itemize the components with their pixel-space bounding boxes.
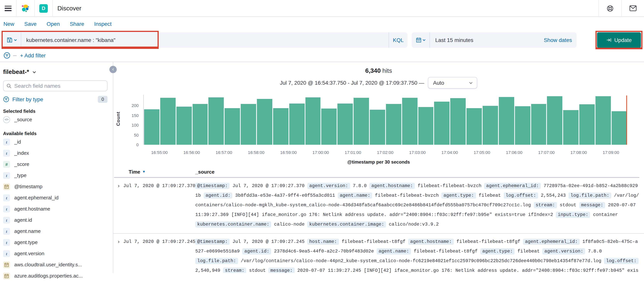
histogram-bar <box>499 97 514 145</box>
date-quick-menu-button[interactable] <box>412 32 430 48</box>
field-name-pill: agent.id: <box>242 248 271 255</box>
field-item-azure.auditlogs.properties.ac...[interactable]: azure.auditlogs.properties.ac... <box>3 270 108 282</box>
field-name-pill: message: <box>579 202 605 208</box>
doc-source-cell: @timestamp: Jul 7, 2020 @ 17:09:27.245 h… <box>195 237 640 273</box>
mail-icon[interactable] <box>626 5 640 11</box>
field-search-input[interactable] <box>14 83 104 89</box>
string-field-icon: t <box>3 150 10 156</box>
hits-count: 6,340 hits <box>113 67 644 74</box>
x-axis-tick: 17:04:00 <box>434 150 465 155</box>
divider <box>16 0 16 17</box>
field-item-_type[interactable]: t_type <box>3 170 108 181</box>
date-field-icon <box>3 272 10 279</box>
histogram-bar <box>160 98 176 145</box>
field-item-_source[interactable]: </>_source <box>3 114 108 125</box>
expand-row-icon[interactable]: › <box>114 237 123 273</box>
field-item-_score[interactable]: #_score <box>3 159 108 170</box>
calendar-icon <box>416 37 421 43</box>
collapse-sidebar-icon[interactable]: ‹ <box>110 66 117 73</box>
doc-table-header: Time ▼ _source <box>114 166 640 178</box>
top-header-bar: D Discover <box>0 0 644 17</box>
nav-link-new[interactable]: New <box>4 21 14 27</box>
histogram-bar <box>354 98 369 145</box>
histogram-bar <box>144 109 160 145</box>
doc-table-row[interactable]: ›Jul 7, 2020 @ 17:09:27.370@timestamp: J… <box>113 178 644 234</box>
field-name-pill: log.offset: <box>504 193 538 199</box>
show-dates-link[interactable]: Show dates <box>544 37 576 43</box>
nav-link-open[interactable]: Open <box>46 21 60 27</box>
histogram-bar <box>322 108 337 145</box>
field-name-pill: stream: <box>534 202 557 208</box>
histogram-bar <box>176 107 192 145</box>
divider <box>34 0 35 17</box>
field-item-@timestamp[interactable]: @timestamp <box>3 181 108 192</box>
field-name-pill: @timestamp: <box>195 239 230 245</box>
divider <box>52 0 53 17</box>
add-filter-link[interactable]: + Add filter <box>20 52 46 58</box>
field-item-aws.cloudtrail.user_identity.s...[interactable]: aws.cloudtrail.user_identity.s... <box>3 259 108 270</box>
page-title: Discover <box>58 5 81 12</box>
doc-table-row[interactable]: ›Jul 7, 2020 @ 17:09:27.245@timestamp: J… <box>113 234 644 273</box>
time-column-header[interactable]: Time ▼ <box>114 169 195 175</box>
x-axis-title: @timestamp per 30 seconds <box>113 159 644 165</box>
histogram-bar <box>208 97 224 145</box>
histogram-bar <box>515 106 530 145</box>
histogram-bar <box>531 104 546 145</box>
nav-link-save[interactable]: Save <box>24 21 36 27</box>
discover-app-badge[interactable]: D <box>39 4 48 12</box>
query-language-button[interactable]: KQL <box>389 32 408 48</box>
field-name-pill: agent.version: <box>307 183 350 189</box>
histogram-bar <box>338 104 353 145</box>
x-axis-tick: 16:59:00 <box>273 150 304 155</box>
nav-link-share[interactable]: Share <box>70 21 84 27</box>
update-button[interactable]: Update <box>597 32 641 48</box>
histogram-bar <box>305 97 321 145</box>
histogram-bar <box>289 104 304 145</box>
expand-row-icon[interactable]: › <box>114 181 123 229</box>
histogram-bar <box>257 99 272 145</box>
histogram-bar <box>596 96 611 145</box>
field-name-pill: stream: <box>223 268 246 273</box>
saved-query-menu-button[interactable] <box>3 32 21 48</box>
help-icon[interactable] <box>604 5 617 12</box>
field-name-pill: log.file.path: <box>195 258 238 264</box>
field-item-agent.type[interactable]: tagent.type <box>3 237 108 248</box>
date-field-icon <box>3 261 10 268</box>
string-field-icon: t <box>3 228 10 235</box>
interval-select[interactable]: Auto <box>428 77 478 88</box>
field-name-pill: kubernetes.container.name: <box>195 221 271 228</box>
field-name-pill: agent.hostname: <box>370 183 415 189</box>
histogram-bar <box>434 102 450 145</box>
histogram-bar <box>612 111 627 145</box>
chevron-down-icon <box>14 39 17 41</box>
query-input[interactable] <box>21 37 389 43</box>
y-axis-tick: 0 <box>127 142 139 147</box>
sort-desc-icon: ▼ <box>142 170 146 174</box>
histogram-bar <box>450 98 466 145</box>
field-item-agent.ephemeral_id[interactable]: tagent.ephemeral_id <box>3 192 108 203</box>
field-item-agent.version[interactable]: tagent.version <box>3 248 108 259</box>
index-pattern-selector[interactable]: filebeat-* <box>3 68 108 75</box>
menu-icon[interactable] <box>4 5 12 11</box>
doc-time-cell: Jul 7, 2020 @ 17:09:27.370 <box>123 181 195 229</box>
elastic-logo[interactable] <box>21 4 30 12</box>
histogram-bar <box>547 96 562 145</box>
field-name-pill: message: <box>268 268 294 273</box>
filter-by-type-link[interactable]: Filter by type <box>12 96 43 102</box>
x-axis-tick: 17:01:00 <box>338 150 368 155</box>
histogram-plot-area[interactable] <box>143 95 627 145</box>
field-item-agent.hostname[interactable]: tagent.hostname <box>3 203 108 214</box>
time-range-label[interactable]: Last 15 minutes <box>430 37 544 43</box>
nav-link-inspect[interactable]: Inspect <box>94 21 112 27</box>
x-axis-tick: 17:03:00 <box>402 150 433 155</box>
x-axis-tick: 17:05:00 <box>466 150 497 155</box>
field-item-_index[interactable]: t_index <box>3 147 108 159</box>
source-code-icon: </> <box>3 116 10 123</box>
date-picker: Last 15 minutes Show dates <box>412 32 576 48</box>
query-row: KQL Last 15 minutes Show dates Update <box>0 31 644 49</box>
field-item-_id[interactable]: t_id <box>3 136 108 147</box>
discover-main-panel: 6,340 hits Jul 7, 2020 @ 16:54:37.750 - … <box>113 62 644 273</box>
field-item-agent.id[interactable]: tagent.id <box>3 214 108 226</box>
field-name-pill: agent.type: <box>442 193 476 199</box>
field-item-agent.name[interactable]: tagent.name <box>3 226 108 237</box>
